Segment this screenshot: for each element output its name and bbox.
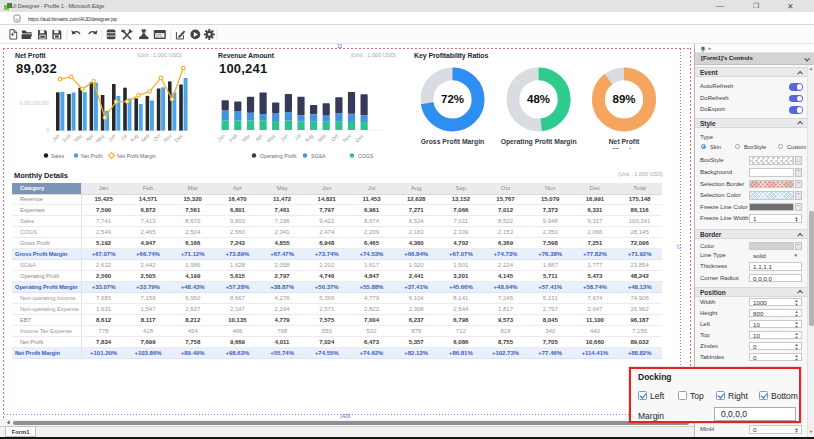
svg-text:Mar: Mar	[241, 132, 252, 143]
svg-text:Aug: Aug	[304, 132, 315, 143]
svg-text:Jan: Jan	[216, 132, 226, 142]
svg-text:Sep: Sep	[140, 132, 151, 143]
svg-text:89%: 89%	[612, 93, 635, 105]
svg-text:Apr: Apr	[84, 132, 94, 142]
svg-text:COGS: COGS	[358, 153, 374, 159]
svg-text:May: May	[265, 132, 276, 143]
svg-text:Sales: Sales	[51, 153, 64, 159]
svg-text:Feb: Feb	[61, 132, 72, 143]
svg-text:1: 1	[183, 70, 186, 75]
svg-text:Operating Profit Margin: Operating Profit Margin	[501, 138, 577, 146]
svg-text:Operating Profit: Operating Profit	[260, 153, 297, 159]
svg-text:Oct: Oct	[152, 132, 162, 142]
svg-text:Oct: Oct	[330, 132, 340, 142]
svg-text:Jun: Jun	[279, 132, 289, 142]
svg-text:Net Profit: Net Profit	[609, 138, 640, 145]
svg-text:Mar: Mar	[73, 132, 84, 143]
svg-text:May: May	[94, 132, 105, 143]
svg-text:Sep: Sep	[316, 132, 327, 143]
svg-text:SG&A: SG&A	[311, 153, 326, 159]
svg-text:Jun: Jun	[107, 132, 117, 142]
svg-text:Jan: Jan	[51, 132, 61, 142]
svg-text:Gross Profit Margin: Gross Profit Margin	[421, 138, 484, 146]
svg-text:Dec: Dec	[173, 132, 184, 143]
svg-text:Apr: Apr	[254, 132, 264, 142]
svg-text:Feb: Feb	[228, 132, 239, 143]
svg-text:Jul: Jul	[293, 132, 302, 141]
svg-text:Nov: Nov	[162, 132, 173, 143]
svg-text:Aug: Aug	[128, 132, 139, 143]
svg-text:6,000,000,000: 6,000,000,000	[20, 101, 50, 106]
svg-text:575: 575	[156, 34, 162, 38]
svg-text:Margin: Margin	[613, 147, 635, 150]
svg-text:Jul: Jul	[119, 132, 128, 141]
svg-text:48%: 48%	[527, 93, 550, 105]
svg-text:Net Profit Margin: Net Profit Margin	[117, 153, 156, 159]
svg-text:Net Profit: Net Profit	[81, 153, 103, 159]
svg-text:0: 0	[46, 128, 49, 133]
svg-text:Nov: Nov	[341, 132, 352, 143]
svg-text:Dec: Dec	[354, 132, 365, 143]
svg-text:72%: 72%	[441, 93, 464, 105]
